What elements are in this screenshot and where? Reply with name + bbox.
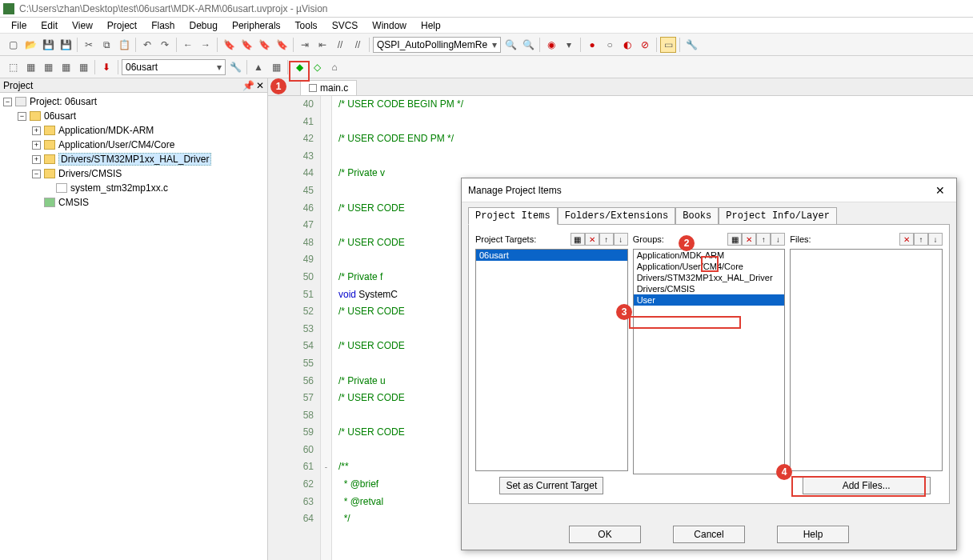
close-icon[interactable]: ✕ [931, 182, 950, 198]
add-files-button[interactable]: Add Files... [803, 477, 931, 494]
chevron-down-icon[interactable]: ▾ [561, 37, 577, 53]
collapse-icon[interactable]: − [3, 98, 12, 106]
find-icon[interactable]: 🔍 [503, 37, 519, 53]
ok-button[interactable]: OK [569, 526, 641, 543]
set-current-target-button[interactable]: Set as Current Target [499, 477, 603, 494]
tab-folders[interactable]: Folders/Extensions [558, 207, 676, 225]
tab-project-info[interactable]: Project Info/Layer [719, 207, 837, 225]
redo-icon[interactable]: ↷ [157, 37, 173, 53]
collapse-icon[interactable]: − [32, 170, 41, 178]
cut-icon[interactable]: ✂ [81, 37, 97, 53]
copy-icon[interactable]: ⧉ [98, 37, 114, 53]
nav-forward-icon[interactable]: → [198, 37, 214, 53]
batch-build-icon[interactable]: ▦ [58, 59, 74, 75]
tree-group[interactable]: CMSIS [0, 195, 267, 210]
find-in-files-icon[interactable]: 🔍 [520, 37, 536, 53]
delete-target-icon[interactable]: ✕ [585, 233, 599, 246]
breakpoint-kill-icon[interactable]: ⊘ [637, 37, 653, 53]
delete-file-icon[interactable]: ✕ [899, 233, 914, 246]
menu-svcs[interactable]: SVCS [326, 18, 365, 33]
menu-view[interactable]: View [66, 18, 99, 33]
menu-tools[interactable]: Tools [289, 18, 324, 33]
comment-icon[interactable]: // [332, 37, 348, 53]
translate-icon[interactable]: ⬚ [5, 59, 21, 75]
tree-group[interactable]: − Drivers/CMSIS [0, 166, 267, 181]
fold-gutter[interactable]: - [321, 96, 332, 560]
menu-edit[interactable]: Edit [34, 18, 64, 33]
files-list[interactable] [790, 249, 943, 471]
menu-file[interactable]: File [5, 18, 33, 33]
nav-back-icon[interactable]: ← [180, 37, 196, 53]
bookmark-icon[interactable]: 🔖 [221, 37, 237, 53]
new-group-icon[interactable]: ▦ [727, 233, 742, 246]
bookmark-prev-icon[interactable]: 🔖 [238, 37, 254, 53]
tree-target[interactable]: − 06usart [0, 109, 267, 123]
download-icon[interactable]: ⬇ [98, 59, 114, 75]
tree-root[interactable]: − Project: 06usart [0, 94, 267, 109]
groups-list[interactable]: Application/MDK-ARM Application/User/CM4… [633, 249, 786, 474]
delete-group-icon[interactable]: ✕ [742, 233, 756, 246]
manage-rte-icon[interactable]: ◆ [291, 59, 307, 75]
paste-icon[interactable]: 📋 [116, 37, 132, 53]
find-combo[interactable]: QSPI_AutoPollingMemRe ▾ [373, 37, 501, 53]
list-item[interactable]: Application/User/CM4/Core [634, 261, 785, 272]
target-combo[interactable]: 06usart ▾ [122, 59, 226, 75]
close-panel-icon[interactable]: ✕ [256, 80, 264, 91]
expand-icon[interactable]: + [32, 141, 41, 150]
breakpoint-enable-icon[interactable]: ○ [602, 37, 618, 53]
expand-icon[interactable]: + [32, 126, 41, 135]
project-tree[interactable]: − Project: 06usart − 06usart + Applicati… [0, 93, 267, 560]
menu-window[interactable]: Window [366, 18, 413, 33]
debug-icon[interactable]: ◉ [543, 37, 559, 53]
uncomment-icon[interactable]: // [350, 37, 366, 53]
list-item[interactable]: 06usart [476, 250, 627, 261]
configure-icon[interactable]: 🔧 [683, 37, 699, 53]
collapse-icon[interactable]: − [18, 112, 26, 121]
move-up-icon[interactable]: ↑ [599, 233, 614, 246]
pack-installer-icon[interactable]: ⌂ [326, 59, 342, 75]
stop-build-icon[interactable]: ▦ [75, 59, 91, 75]
bookmark-clear-icon[interactable]: 🔖 [274, 37, 290, 53]
tab-books[interactable]: Books [675, 207, 719, 225]
expand-icon[interactable]: + [32, 155, 41, 164]
undo-icon[interactable]: ↶ [139, 37, 155, 53]
tree-group[interactable]: + Application/User/CM4/Core [0, 138, 267, 152]
list-item[interactable]: Drivers/CMSIS [634, 283, 785, 294]
tree-group[interactable]: + Drivers/STM32MP1xx_HAL_Driver [0, 152, 267, 166]
list-item[interactable]: Application/MDK-ARM [634, 250, 785, 261]
new-file-icon[interactable]: ▢ [5, 37, 21, 53]
move-up-icon[interactable]: ↑ [756, 233, 771, 246]
save-all-icon[interactable]: 💾 [58, 37, 74, 53]
tree-group[interactable]: + Application/MDK-ARM [0, 123, 267, 138]
target-options-icon[interactable]: 🔧 [227, 59, 243, 75]
move-down-icon[interactable]: ↓ [614, 233, 628, 246]
breakpoint-insert-icon[interactable]: ● [584, 37, 600, 53]
list-item[interactable]: User [634, 294, 785, 306]
cancel-button[interactable]: Cancel [673, 526, 745, 543]
manage-items-icon[interactable]: ▲ [250, 59, 266, 75]
targets-list[interactable]: 06usart [475, 249, 628, 471]
rebuild-icon[interactable]: ▦ [40, 59, 56, 75]
tab-project-items[interactable]: Project Items [468, 207, 558, 225]
window-layout-icon[interactable]: ▭ [660, 37, 676, 53]
tree-file[interactable]: system_stm32mp1xx.c [0, 181, 267, 195]
open-file-icon[interactable]: 📂 [22, 37, 38, 53]
pin-icon[interactable]: 📌 [242, 80, 254, 91]
menu-project[interactable]: Project [101, 18, 143, 33]
menu-peripherals[interactable]: Peripherals [226, 18, 287, 33]
menu-flash[interactable]: Flash [145, 18, 181, 33]
select-packs-icon[interactable]: ◇ [309, 59, 325, 75]
move-up-icon[interactable]: ↑ [914, 233, 928, 246]
list-item[interactable]: Drivers/STM32MP1xx_HAL_Driver [634, 272, 785, 283]
help-button[interactable]: Help [777, 526, 849, 543]
move-down-icon[interactable]: ↓ [928, 233, 943, 246]
editor-tab[interactable]: main.c [300, 80, 357, 95]
menu-help[interactable]: Help [414, 18, 447, 33]
save-icon[interactable]: 💾 [40, 37, 56, 53]
manage-components-icon[interactable]: ▦ [268, 59, 284, 75]
new-target-icon[interactable]: ▦ [571, 233, 585, 246]
menu-debug[interactable]: Debug [183, 18, 224, 33]
outdent-icon[interactable]: ⇤ [314, 37, 330, 53]
breakpoint-disable-icon[interactable]: ◐ [619, 37, 635, 53]
build-icon[interactable]: ▦ [22, 59, 38, 75]
